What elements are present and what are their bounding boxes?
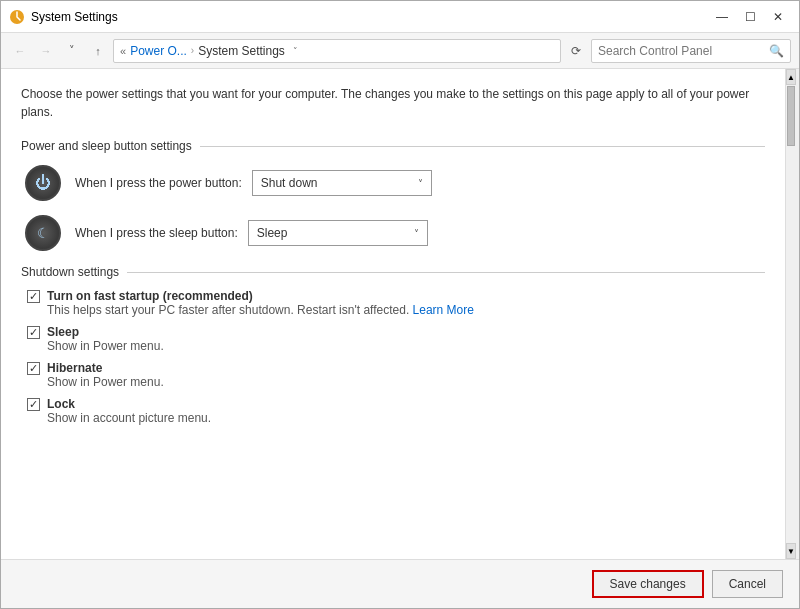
scroll-up-button[interactable]: ▲ (786, 69, 796, 85)
hibernate-desc: Show in Power menu. (47, 375, 164, 389)
save-changes-button[interactable]: Save changes (592, 570, 704, 598)
hibernate-row: Hibernate Show in Power menu. (21, 361, 765, 389)
sleep-row: Sleep Show in Power menu. (21, 325, 765, 353)
fast-startup-label: Turn on fast startup (recommended) (47, 289, 474, 303)
fast-startup-checkbox[interactable] (27, 290, 40, 303)
cancel-button[interactable]: Cancel (712, 570, 783, 598)
close-button[interactable]: ✕ (765, 8, 791, 26)
scroll-thumb[interactable] (787, 86, 795, 146)
hibernate-label: Hibernate (47, 361, 164, 375)
power-sleep-section: Power and sleep button settings When I p… (21, 139, 765, 251)
window-icon (9, 9, 25, 25)
fast-startup-desc: This helps start your PC faster after sh… (47, 303, 474, 317)
power-button-icon (25, 165, 61, 201)
content-area: Choose the power settings that you want … (1, 69, 785, 559)
hibernate-content: Hibernate Show in Power menu. (47, 361, 164, 389)
up-button[interactable]: ↑ (87, 40, 109, 62)
power-button-label: When I press the power button: (75, 176, 242, 190)
breadcrumb-prefix: « (120, 45, 126, 57)
breadcrumb-separator: › (191, 45, 194, 56)
sleep-dropdown-arrow: ˅ (414, 228, 419, 239)
sleep-label: Sleep (47, 325, 164, 339)
search-input[interactable] (598, 44, 769, 58)
sleep-button-label: When I press the sleep button: (75, 226, 238, 240)
power-dropdown-arrow: ˅ (418, 178, 423, 189)
lock-desc: Show in account picture menu. (47, 411, 211, 425)
power-button-value: Shut down (261, 176, 318, 190)
hibernate-checkbox[interactable] (27, 362, 40, 375)
maximize-button[interactable]: ☐ (737, 8, 763, 26)
sleep-content: Sleep Show in Power menu. (47, 325, 164, 353)
scrollbar[interactable]: ▲ ▼ (785, 69, 799, 559)
page-description: Choose the power settings that you want … (21, 85, 765, 121)
scroll-down-button[interactable]: ▼ (786, 543, 796, 559)
main-area: Choose the power settings that you want … (1, 69, 799, 559)
window-controls: — ☐ ✕ (709, 8, 791, 26)
power-sleep-section-title: Power and sleep button settings (21, 139, 765, 153)
breadcrumb: « Power O... › System Settings ˅ (113, 39, 561, 63)
lock-content: Lock Show in account picture menu. (47, 397, 211, 425)
sleep-checkbox[interactable] (27, 326, 40, 339)
learn-more-link[interactable]: Learn More (413, 303, 474, 317)
sleep-desc: Show in Power menu. (47, 339, 164, 353)
content-scroll: Choose the power settings that you want … (1, 69, 785, 559)
breadcrumb-power-options[interactable]: Power O... (130, 44, 187, 58)
nav-dropdown-button[interactable]: ˅ (61, 40, 83, 62)
power-button-dropdown[interactable]: Shut down ˅ (252, 170, 432, 196)
lock-label: Lock (47, 397, 211, 411)
power-button-row: When I press the power button: Shut down… (21, 165, 765, 201)
sleep-button-row: When I press the sleep button: Sleep ˅ (21, 215, 765, 251)
title-bar: System Settings — ☐ ✕ (1, 1, 799, 33)
sleep-button-dropdown[interactable]: Sleep ˅ (248, 220, 428, 246)
window-title: System Settings (31, 10, 709, 24)
breadcrumb-current: System Settings (198, 44, 285, 58)
breadcrumb-dropdown-arrow[interactable]: ˅ (293, 46, 298, 56)
shutdown-section-title: Shutdown settings (21, 265, 765, 279)
lock-row: Lock Show in account picture menu. (21, 397, 765, 425)
back-button[interactable]: ← (9, 40, 31, 62)
scroll-track[interactable] (786, 85, 799, 543)
sleep-button-value: Sleep (257, 226, 288, 240)
forward-button[interactable]: → (35, 40, 57, 62)
footer: Save changes Cancel (1, 559, 799, 608)
search-icon: 🔍 (769, 44, 784, 58)
minimize-button[interactable]: — (709, 8, 735, 26)
nav-bar: ← → ˅ ↑ « Power O... › System Settings ˅… (1, 33, 799, 69)
search-box: 🔍 (591, 39, 791, 63)
sleep-button-icon (25, 215, 61, 251)
shutdown-section: Shutdown settings Turn on fast startup (… (21, 265, 765, 425)
refresh-button[interactable]: ⟳ (565, 40, 587, 62)
lock-checkbox[interactable] (27, 398, 40, 411)
fast-startup-row: Turn on fast startup (recommended) This … (21, 289, 765, 317)
fast-startup-content: Turn on fast startup (recommended) This … (47, 289, 474, 317)
